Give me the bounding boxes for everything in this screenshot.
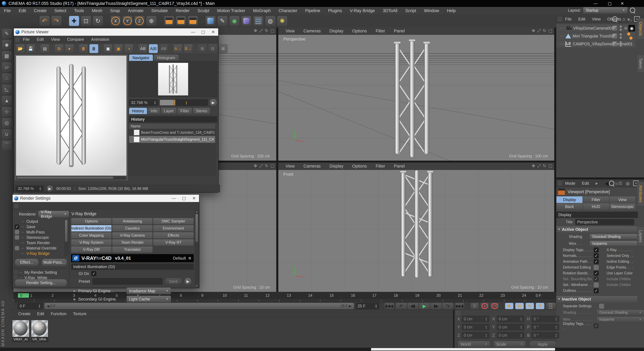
pv-tab[interactable]: Stereo (193, 108, 210, 114)
pv-tab[interactable]: Navigator (129, 55, 153, 61)
viewport-front[interactable]: ViewCamerasDisplayOptionsFilterPanel ✥ ⤢… (278, 163, 554, 292)
shading-dropdown[interactable]: Gouraud Shading (590, 234, 642, 239)
record-rotation-toggle[interactable]: ↻ (526, 303, 534, 309)
frame-range-slider[interactable]: ◀ 0 F 25 F ▶ (44, 303, 354, 309)
timeline-tick[interactable]: 21 (456, 293, 478, 298)
om-menu-edit[interactable]: Edit (578, 17, 585, 22)
viewport-menu-item[interactable]: Options (352, 29, 367, 34)
close-icon[interactable]: ✕ (208, 29, 218, 35)
subdivision-surface-button[interactable] (241, 16, 252, 26)
timeline-tick[interactable]: 18 (392, 293, 414, 298)
panel-grip[interactable] (558, 17, 562, 22)
pan-view-icon[interactable]: ✥ (532, 28, 535, 33)
pv-menu-item[interactable]: Edit (37, 37, 44, 42)
menu-item[interactable]: 3DToAll (379, 7, 401, 15)
viewport-menu-item[interactable]: Filter (376, 29, 385, 34)
object-row-truss[interactable]: Mini Triangular Truss50 (556, 32, 636, 40)
pv-name-column-header[interactable]: Name (129, 124, 215, 129)
cascade-icon[interactable]: ⧉ (54, 44, 64, 53)
rs-category-button[interactable]: V-Ray RT (153, 239, 194, 246)
panel-grip[interactable] (15, 38, 20, 42)
mograph-button[interactable]: ◉ (229, 16, 240, 26)
pan-view-icon[interactable]: ✥ (254, 163, 257, 168)
rs-category-button[interactable]: Options (71, 218, 112, 224)
position-field[interactable]: 0 cm▲▼ (462, 316, 490, 322)
rotate-tool-button[interactable]: ↻ (93, 16, 103, 26)
menu-item[interactable]: MoGraph (249, 7, 275, 15)
effect-button[interactable]: Effect... (15, 259, 39, 266)
next-key-button[interactable]: ↷ (442, 303, 454, 309)
material-menu-item[interactable]: Function (51, 311, 66, 316)
attribute-tab[interactable]: HUD (583, 203, 609, 210)
panel-grip[interactable] (456, 311, 460, 315)
set-compare-a-icon[interactable]: ▣ (104, 44, 112, 53)
menu-item[interactable]: Script (401, 7, 420, 15)
attribute-checkbox[interactable] (594, 282, 599, 287)
timeline-tick[interactable]: 13 (286, 293, 307, 298)
pv-zoom-slider[interactable] (160, 99, 208, 106)
point-level-animation-toggle[interactable]: ●●●●●● (546, 303, 556, 309)
object-label[interactable]: Mini Triangular Truss50 (572, 34, 614, 38)
menu-item[interactable]: Simulate (147, 7, 172, 15)
timeline-tick[interactable]: 11 (243, 293, 264, 298)
title-field[interactable]: Perspective (575, 219, 634, 225)
object-label[interactable]: CAMPOS_VRayDomeCamera001 (573, 42, 633, 46)
current-frame-field[interactable]: 0 F▲▼ (18, 303, 43, 309)
rs-category-button[interactable]: V-Ray Camera (112, 232, 153, 239)
timeline-tick[interactable]: 9 (200, 293, 222, 298)
x-axis-lock-button[interactable]: X (110, 16, 121, 26)
rs-vertical-scrollbar[interactable]: ▲ ▼ (195, 210, 199, 288)
goto-start-button[interactable]: ▮◀◀ (384, 303, 394, 309)
coordinate-system-button[interactable]: ⊕ (146, 16, 156, 26)
spline-pen-button[interactable]: ✎ (217, 16, 228, 26)
secondary-gi-dropdown[interactable]: Light Cache (126, 296, 171, 302)
viewport-menu-item[interactable]: Cameras (304, 164, 321, 169)
renderer-dropdown[interactable]: V-Ray Bridge (38, 211, 69, 217)
attr-menu-edit[interactable]: Edit (582, 181, 589, 186)
panel-grip[interactable] (14, 204, 18, 208)
attribute-checkbox[interactable] (594, 259, 599, 264)
ab-compare-horizontal-icon[interactable]: A|B (149, 44, 158, 53)
visibility-dots[interactable] (620, 33, 622, 39)
maximize-icon[interactable]: ▢ (179, 195, 189, 202)
crosshair-icon[interactable]: ⊕ (624, 26, 628, 31)
record-position-toggle[interactable]: ✚ (505, 303, 514, 309)
move-tool-button[interactable]: ✚ (69, 16, 79, 26)
link-b-icon[interactable]: B→ (184, 44, 193, 53)
attribute-checkbox[interactable] (594, 271, 599, 276)
workplane-lock-icon[interactable]: ⌒ (2, 140, 12, 150)
viewport-menu-item[interactable]: Cameras (304, 29, 321, 34)
attribute-checkbox[interactable] (594, 288, 599, 293)
pv-play-button[interactable]: ▶ (46, 185, 53, 192)
viewport-menu-item[interactable]: View (286, 29, 295, 34)
om-menu-file[interactable]: File (565, 17, 572, 22)
rs-tree-scrollbar[interactable] (64, 219, 68, 256)
rotation-field[interactable]: 0 °▲▼ (532, 332, 559, 338)
layer-color-box[interactable] (612, 34, 617, 38)
menu-item[interactable]: Create (30, 7, 50, 15)
y-axis-lock-button[interactable]: Y (122, 16, 133, 26)
record-keyframe-button[interactable]: ● (480, 303, 489, 309)
add-cube-button[interactable] (205, 16, 216, 26)
rs-tree-label[interactable]: Multi-Pass (26, 230, 45, 234)
full-image-icon[interactable]: ● (65, 44, 74, 53)
gi-preset-menu-button[interactable]: ▶ (184, 278, 192, 285)
timeline-tick[interactable]: 10 (222, 293, 243, 298)
z-axis-lock-button[interactable]: Z (134, 16, 145, 26)
pv-menu-item[interactable]: File (23, 37, 30, 42)
viewport-menu-item[interactable]: Display (330, 164, 344, 169)
pv-menu-item[interactable]: Animation (91, 37, 110, 42)
visibility-dots[interactable] (620, 26, 622, 31)
menu-item[interactable]: Help (443, 7, 460, 15)
record-parameter-toggle[interactable]: P (536, 303, 544, 309)
close-icon[interactable]: ✕ (618, 1, 627, 6)
material-menu-item[interactable]: Create (18, 311, 30, 316)
menu-item[interactable]: Select (50, 7, 70, 15)
attribute-checkbox[interactable] (594, 277, 599, 282)
material-menu-item[interactable]: Texture (73, 311, 86, 316)
picture-viewer-titlebar[interactable]: Picture Viewer — ▢ ✕ (14, 28, 218, 36)
history-item-label[interactable]: BeamTrussCross and T-Junction_134_C4dR17 (141, 130, 215, 135)
pv-horizontal-scrollbar[interactable] (16, 176, 126, 180)
rotate-view-icon[interactable]: ↻ (265, 163, 268, 168)
rotation-field[interactable]: 0 °▲▼ (532, 324, 559, 330)
